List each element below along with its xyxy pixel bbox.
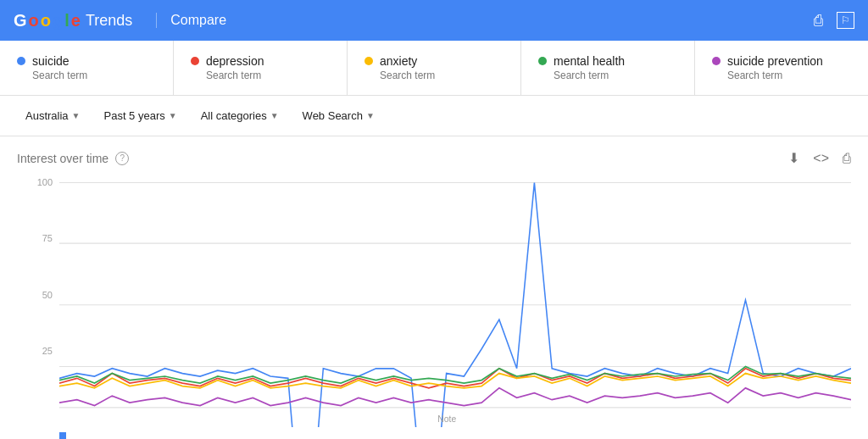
category-filter[interactable]: All categories ▼ — [192, 104, 287, 127]
share-chart-icon[interactable]: ⎙ — [843, 151, 851, 166]
term-dot-suicide-prevention — [712, 57, 721, 65]
filters-row: Australia ▼ Past 5 years ▼ All categorie… — [0, 96, 868, 136]
term-sub-depression: Search term — [191, 69, 330, 81]
help-icon[interactable]: ? — [115, 152, 129, 165]
type-filter[interactable]: Web Search ▼ — [294, 104, 383, 127]
term-sub-mental-health: Search term — [538, 69, 677, 81]
google-logo: G o o g l e Trends — [14, 11, 132, 31]
download-icon[interactable]: ⬇ — [788, 150, 799, 166]
category-label: All categories — [201, 109, 267, 122]
term-name-suicide: suicide — [32, 54, 70, 68]
chart-header: Interest over time ? ⬇ <> ⎙ — [17, 150, 851, 166]
time-chevron: ▼ — [169, 111, 177, 120]
region-filter[interactable]: Australia ▼ — [17, 104, 88, 127]
chart-actions: ⬇ <> ⎙ — [788, 150, 851, 166]
term-name-depression: depression — [206, 54, 264, 68]
logo-e-red: e — [71, 11, 81, 31]
bottom-row: Average — [59, 431, 103, 439]
term-name-suicide-prevention: suicide prevention — [727, 54, 823, 68]
chart-bottom: Average 22 Dec 2013 13 Sep 2015 4 Jun 20… — [17, 427, 851, 439]
term-dot-mental-health — [538, 57, 547, 65]
logo-o-yellow: o — [41, 11, 51, 31]
chart-title-row: Interest over time ? — [17, 152, 129, 165]
average-legend: Average — [59, 431, 103, 439]
term-cell-mental-health[interactable]: mental health Search term — [521, 41, 695, 95]
chart-section: Interest over time ? ⬇ <> ⎙ 100 75 50 25 — [0, 136, 868, 439]
chart-title: Interest over time — [17, 152, 108, 165]
logo-l-green: l — [64, 11, 70, 31]
y-label-75: 75 — [17, 233, 59, 243]
search-terms-row: suicide Search term depression Search te… — [0, 41, 868, 96]
term-cell-depression[interactable]: depression Search term — [174, 41, 348, 95]
average-bars — [59, 431, 103, 439]
term-sub-suicide-prevention: Search term — [712, 69, 851, 81]
term-dot-suicide — [17, 57, 25, 65]
time-filter[interactable]: Past 5 years ▼ — [95, 104, 185, 127]
y-label-50: 50 — [17, 290, 59, 300]
logo-o-red: o — [29, 11, 39, 31]
term-cell-suicide[interactable]: suicide Search term — [0, 41, 174, 95]
y-axis: 100 75 50 25 — [17, 173, 59, 427]
compare-label: Compare — [156, 13, 226, 28]
header-right: ⎙ ⚐ — [814, 12, 854, 30]
app-header: G o o g l e Trends Compare ⎙ ⚐ — [0, 0, 868, 41]
feedback-icon[interactable]: ⚐ — [837, 12, 854, 29]
avg-bar-blue — [59, 432, 66, 439]
chart-main: Note — [59, 173, 851, 427]
type-label: Web Search — [303, 109, 363, 122]
time-label: Past 5 years — [103, 109, 164, 122]
term-name-mental-health: mental health — [554, 54, 625, 68]
term-dot-depression — [191, 57, 199, 65]
term-cell-anxiety[interactable]: anxiety Search term — [348, 41, 521, 95]
trends-label: Trends — [86, 12, 132, 30]
term-sub-anxiety: Search term — [364, 69, 504, 81]
y-label-100: 100 — [17, 177, 59, 187]
svg-text:Note: Note — [437, 414, 456, 425]
header-left: G o o g l e Trends Compare — [14, 11, 226, 31]
region-label: Australia — [25, 109, 69, 122]
chart-svg: Note — [59, 173, 851, 427]
embed-icon[interactable]: <> — [813, 151, 829, 166]
logo-g-blue: G — [14, 11, 27, 31]
term-dot-anxiety — [364, 57, 373, 65]
share-icon[interactable]: ⎙ — [814, 12, 823, 30]
chart-container: 100 75 50 25 — [17, 173, 851, 427]
region-chevron: ▼ — [72, 111, 81, 120]
logo-g-blue2: g — [53, 11, 63, 31]
term-sub-suicide: Search term — [17, 69, 156, 81]
type-chevron: ▼ — [366, 111, 375, 120]
term-cell-suicide-prevention[interactable]: suicide prevention Search term — [695, 41, 868, 95]
term-name-anxiety: anxiety — [380, 54, 417, 68]
y-label-25: 25 — [17, 346, 59, 356]
category-chevron: ▼ — [270, 111, 279, 120]
